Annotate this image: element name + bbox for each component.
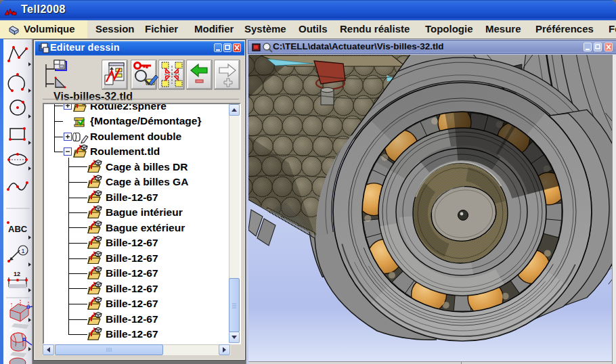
svg-text:Roulement double: Roulement double: [90, 131, 182, 142]
svg-text:Bille-12-67: Bille-12-67: [106, 191, 158, 203]
svg-text:Cage à billes GA: Cage à billes GA: [106, 176, 188, 187]
svg-text:Bague extérieur: Bague extérieur: [106, 222, 185, 233]
svg-text:ABC: ABC: [8, 224, 28, 234]
svg-text:Bille-12-67: Bille-12-67: [106, 328, 158, 340]
svg-text:{Montage/Démontage}: {Montage/Démontage}: [90, 115, 202, 127]
svg-text:Bague intérieur: Bague intérieur: [106, 206, 183, 218]
svg-text:Bille-12-67: Bille-12-67: [106, 252, 158, 264]
svg-text:Bille-12-67: Bille-12-67: [106, 313, 158, 325]
svg-text:Bille-12-67: Bille-12-67: [106, 298, 158, 309]
svg-text:12: 12: [14, 271, 20, 277]
svg-text:Bille-12-67: Bille-12-67: [106, 283, 158, 294]
svg-text:Bille-12-67: Bille-12-67: [106, 237, 158, 248]
svg-text:Cage à billes DR: Cage à billes DR: [106, 161, 188, 173]
svg-text:Rotule2:sphère: Rotule2:sphère: [90, 104, 167, 112]
svg-text:Bille-12-67: Bille-12-67: [106, 267, 158, 279]
svg-text:1: 1: [22, 248, 25, 254]
svg-text:Roulement.tld: Roulement.tld: [90, 145, 160, 157]
